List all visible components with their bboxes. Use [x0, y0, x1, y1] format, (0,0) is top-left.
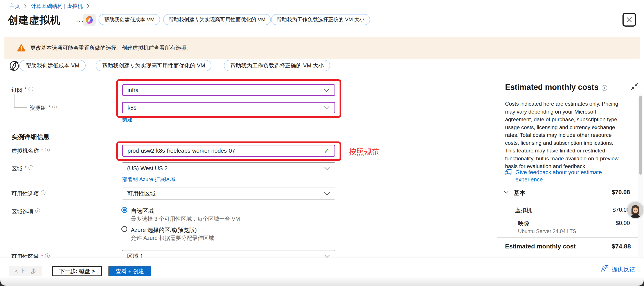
create-new-link[interactable]: 新建: [122, 116, 132, 123]
copilot-prompt-high-availability[interactable]: 帮助我创建专为实现高可用性而优化的 VM: [163, 14, 271, 25]
info-icon[interactable]: i: [52, 105, 57, 109]
footer-bar: < 上一步 下一步: 磁盘 > 查看 + 创建 提供反馈: [0, 258, 644, 286]
cost-image-sub: Ubuntu Server 24.04 LTS: [518, 228, 576, 234]
subscription-dropdown[interactable]: infra: [122, 84, 335, 96]
chevron-right-icon: [24, 4, 27, 9]
tree-connector-vertical: [14, 94, 14, 108]
instance-details-header: 实例详细信息: [12, 133, 50, 141]
availability-zone-dropdown[interactable]: 区域 1: [122, 250, 335, 258]
total-cost-label: Estimated monthly cost: [505, 243, 576, 250]
estimate-feedback-link[interactable]: Give feedback about your estimate experi…: [504, 169, 614, 183]
chevron-down-icon: [324, 106, 330, 110]
chevron-down-icon: [324, 88, 330, 92]
radio-self-select-desc: 最多选择 3 个可用性区域，每个区域一台 VM: [131, 215, 240, 222]
cost-panel-description: Costs indicated here are estimates only.…: [505, 100, 620, 170]
copilot-prompt-low-cost[interactable]: 帮助我创建低成本 VM: [98, 14, 160, 25]
chevron-down-icon: [324, 254, 330, 258]
breadcrumb-section[interactable]: 计算基础结构 | 虚拟机: [31, 3, 83, 10]
subscription-label: 订阅* i: [12, 86, 33, 94]
availability-options-dropdown[interactable]: 可用性区域: [122, 188, 335, 199]
breadcrumb: 主页 计算基础结构 | 虚拟机: [10, 3, 90, 10]
region-label: 区域* i: [12, 165, 33, 172]
availability-options-label: 可用性选项 i: [12, 190, 46, 197]
radio-azure-select-desc: 允许 Azure 根据需要分配最佳区域: [131, 234, 214, 242]
total-cost-amount: $74.88: [612, 243, 631, 250]
chevron-down-icon[interactable]: [504, 191, 509, 195]
suggestion-low-cost[interactable]: 帮助我创建低成本 VM: [19, 60, 86, 71]
info-icon[interactable]: i: [35, 208, 40, 213]
previous-button[interactable]: < 上一步: [9, 266, 42, 276]
avatar[interactable]: [627, 202, 644, 218]
create-vm-page: 主页 计算基础结构 | 虚拟机 创建虚拟机 ... 帮助我创建低成本 VM 帮助…: [0, 0, 644, 286]
scrollbar-thumb[interactable]: [639, 96, 642, 175]
warning-banner: 更改基本选项可能会重置所做的选择。创建虚拟机前查看所有选项。: [4, 37, 640, 59]
warning-text: 更改基本选项可能会重置所做的选择。创建虚拟机前查看所有选项。: [30, 44, 192, 51]
chevron-down-icon: [324, 166, 330, 170]
scrollbar-track[interactable]: [638, 94, 643, 257]
cost-image-amount: $0.00: [616, 220, 630, 226]
radio-azure-select-label[interactable]: Azure 选择的区域(预览版): [131, 226, 197, 234]
close-button[interactable]: [622, 13, 636, 27]
vm-name-label: 虚拟机名称* i: [12, 147, 50, 154]
cost-panel-title: Estimated monthly costs i: [505, 83, 607, 92]
cost-group-label[interactable]: 基本: [514, 189, 526, 197]
chevron-down-icon: [324, 192, 330, 195]
give-feedback-link[interactable]: 提供反馈: [601, 265, 635, 273]
warning-icon: [17, 43, 26, 53]
info-icon[interactable]: i: [602, 85, 607, 91]
region-dropdown[interactable]: (US) West US 2: [122, 162, 335, 174]
cost-group-amount: $70.08: [612, 189, 630, 196]
availability-zone-row: 可用性区域* i 区域 1: [0, 246, 497, 258]
info-icon[interactable]: i: [45, 148, 50, 152]
resource-group-label: 资源组* i: [30, 104, 57, 112]
zone-options-label: 区域选项 i: [12, 208, 40, 215]
cost-image-label: 映像: [518, 220, 530, 227]
panel-divider: [497, 237, 638, 238]
radio-self-select-label[interactable]: 自选区域: [131, 207, 154, 215]
vm-name-input[interactable]: prod-usw2-k8s-freeleaps-worker-nodes-07 …: [122, 145, 335, 157]
tree-connector-horizontal: [14, 107, 27, 108]
page-title: 创建虚拟机: [8, 13, 60, 27]
info-icon[interactable]: i: [45, 253, 50, 258]
cost-vm-label: 虚拟机: [515, 206, 532, 214]
suggestion-high-availability[interactable]: 帮助我创建专为实现高可用性而优化的 VM: [96, 60, 211, 71]
radio-azure-select-zones[interactable]: [122, 226, 127, 232]
copilot-icon[interactable]: [83, 14, 96, 26]
radio-self-select-zones[interactable]: [122, 207, 127, 213]
copilot-prompt-vm-size[interactable]: 帮助我为工作负载选择正确的 VM 大小: [271, 14, 370, 25]
chevron-right-icon: [87, 4, 90, 9]
extended-zone-link[interactable]: 部署到 Azure 扩展区域: [122, 176, 176, 183]
valid-check-icon: ✓: [324, 147, 330, 155]
info-icon[interactable]: i: [28, 87, 33, 91]
resource-group-dropdown[interactable]: k8s: [122, 102, 335, 113]
info-icon[interactable]: i: [28, 165, 33, 170]
annotation-note: 按照规范: [349, 147, 380, 157]
availability-zone-label: 可用性区域* i: [12, 253, 50, 258]
next-disks-button[interactable]: 下一步: 磁盘 >: [52, 266, 102, 276]
breadcrumb-home[interactable]: 主页: [10, 3, 20, 10]
person-feedback-icon: [601, 265, 609, 273]
feedback-bubbles-icon: [504, 169, 512, 183]
review-create-button[interactable]: 查看 + 创建: [108, 266, 151, 276]
suggestion-vm-size[interactable]: 帮助我为工作负载选择正确的 VM 大小: [224, 60, 330, 71]
collapse-panel-icon[interactable]: [630, 83, 638, 91]
info-icon[interactable]: i: [41, 190, 46, 195]
copilot-outline-icon[interactable]: [9, 61, 19, 71]
